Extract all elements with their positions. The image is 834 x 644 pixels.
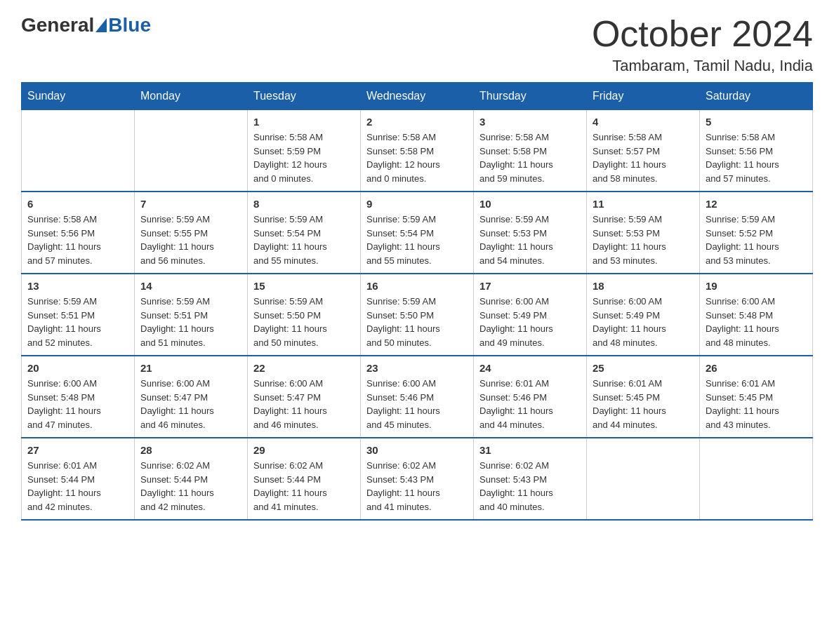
day-info: Sunrise: 5:59 AMSunset: 5:50 PMDaylight:… [366,295,468,349]
day-number: 16 [366,280,468,292]
day-number: 20 [27,362,128,374]
day-number: 24 [479,362,581,374]
day-info: Sunrise: 6:01 AMSunset: 5:45 PMDaylight:… [706,377,807,431]
day-info: Sunrise: 5:59 AMSunset: 5:51 PMDaylight:… [27,295,128,349]
day-number: 15 [253,280,355,292]
day-cell: 31Sunrise: 6:02 AMSunset: 5:43 PMDayligh… [474,438,587,520]
day-cell: 13Sunrise: 5:59 AMSunset: 5:51 PMDayligh… [22,274,135,356]
day-info: Sunrise: 5:59 AMSunset: 5:52 PMDaylight:… [706,213,807,267]
day-info: Sunrise: 5:59 AMSunset: 5:53 PMDaylight:… [479,213,581,267]
day-cell: 25Sunrise: 6:01 AMSunset: 5:45 PMDayligh… [587,356,700,438]
day-info: Sunrise: 6:02 AMSunset: 5:43 PMDaylight:… [479,459,581,514]
day-cell: 19Sunrise: 6:00 AMSunset: 5:48 PMDayligh… [700,274,813,356]
day-info: Sunrise: 5:58 AMSunset: 5:56 PMDaylight:… [706,130,807,185]
day-info: Sunrise: 6:00 AMSunset: 5:48 PMDaylight:… [27,377,128,431]
day-number: 8 [253,198,355,210]
day-number: 30 [366,444,468,456]
day-cell: 21Sunrise: 6:00 AMSunset: 5:47 PMDayligh… [135,356,248,438]
week-row-1: 1Sunrise: 5:58 AMSunset: 5:59 PMDaylight… [22,110,813,192]
day-number: 12 [706,198,807,210]
day-cell: 30Sunrise: 6:02 AMSunset: 5:43 PMDayligh… [361,438,474,520]
day-number: 29 [253,444,355,456]
day-cell: 11Sunrise: 5:59 AMSunset: 5:53 PMDayligh… [587,192,700,274]
day-cell: 26Sunrise: 6:01 AMSunset: 5:45 PMDayligh… [700,356,813,438]
day-info: Sunrise: 5:58 AMSunset: 5:57 PMDaylight:… [593,130,694,185]
header-cell-saturday: Saturday [700,83,813,110]
week-row-2: 6Sunrise: 5:58 AMSunset: 5:56 PMDaylight… [22,192,813,274]
day-number: 27 [27,444,128,456]
day-cell: 24Sunrise: 6:01 AMSunset: 5:46 PMDayligh… [474,356,587,438]
day-cell: 15Sunrise: 5:59 AMSunset: 5:50 PMDayligh… [248,274,361,356]
header-cell-sunday: Sunday [22,83,135,110]
day-info: Sunrise: 5:59 AMSunset: 5:53 PMDaylight:… [593,213,694,267]
header-cell-thursday: Thursday [474,83,587,110]
day-cell [700,438,813,520]
day-cell: 6Sunrise: 5:58 AMSunset: 5:56 PMDaylight… [22,192,135,274]
day-number: 2 [366,116,468,128]
header-cell-friday: Friday [587,83,700,110]
title-block: October 2024 Tambaram, Tamil Nadu, India [592,14,813,75]
day-info: Sunrise: 5:58 AMSunset: 5:59 PMDaylight:… [253,130,355,185]
week-row-3: 13Sunrise: 5:59 AMSunset: 5:51 PMDayligh… [22,274,813,356]
logo-blue-part: Blue [94,14,151,36]
day-info: Sunrise: 6:00 AMSunset: 5:47 PMDaylight:… [253,377,355,431]
location-title: Tambaram, Tamil Nadu, India [592,57,813,75]
day-cell: 12Sunrise: 5:59 AMSunset: 5:52 PMDayligh… [700,192,813,274]
day-number: 10 [479,198,581,210]
day-info: Sunrise: 6:02 AMSunset: 5:44 PMDaylight:… [140,459,241,514]
day-number: 18 [593,280,694,292]
day-info: Sunrise: 6:02 AMSunset: 5:43 PMDaylight:… [366,459,468,514]
day-info: Sunrise: 6:00 AMSunset: 5:48 PMDaylight:… [706,295,807,349]
day-info: Sunrise: 5:59 AMSunset: 5:54 PMDaylight:… [253,213,355,267]
header-cell-monday: Monday [135,83,248,110]
day-number: 17 [479,280,581,292]
calendar-table: SundayMondayTuesdayWednesdayThursdayFrid… [21,82,813,521]
logo-triangle-icon [95,18,107,32]
day-cell: 5Sunrise: 5:58 AMSunset: 5:56 PMDaylight… [700,110,813,192]
day-number: 23 [366,362,468,374]
day-number: 1 [253,116,355,128]
month-title: October 2024 [592,14,813,54]
day-info: Sunrise: 6:01 AMSunset: 5:46 PMDaylight:… [479,377,581,431]
day-cell: 28Sunrise: 6:02 AMSunset: 5:44 PMDayligh… [135,438,248,520]
day-cell: 7Sunrise: 5:59 AMSunset: 5:55 PMDaylight… [135,192,248,274]
day-number: 3 [479,116,581,128]
day-number: 19 [706,280,807,292]
header-cell-wednesday: Wednesday [361,83,474,110]
day-info: Sunrise: 6:00 AMSunset: 5:47 PMDaylight:… [140,377,241,431]
day-cell: 1Sunrise: 5:58 AMSunset: 5:59 PMDaylight… [248,110,361,192]
day-cell: 29Sunrise: 6:02 AMSunset: 5:44 PMDayligh… [248,438,361,520]
day-info: Sunrise: 6:01 AMSunset: 5:45 PMDaylight:… [593,377,694,431]
day-cell: 17Sunrise: 6:00 AMSunset: 5:49 PMDayligh… [474,274,587,356]
day-number: 26 [706,362,807,374]
day-cell: 10Sunrise: 5:59 AMSunset: 5:53 PMDayligh… [474,192,587,274]
logo: General Blue [21,14,151,36]
day-info: Sunrise: 6:01 AMSunset: 5:44 PMDaylight:… [27,459,128,514]
day-number: 14 [140,280,241,292]
day-cell: 20Sunrise: 6:00 AMSunset: 5:48 PMDayligh… [22,356,135,438]
day-number: 28 [140,444,241,456]
day-info: Sunrise: 6:00 AMSunset: 5:49 PMDaylight:… [479,295,581,349]
week-row-4: 20Sunrise: 6:00 AMSunset: 5:48 PMDayligh… [22,356,813,438]
calendar-body: 1Sunrise: 5:58 AMSunset: 5:59 PMDaylight… [22,110,813,521]
day-info: Sunrise: 5:59 AMSunset: 5:50 PMDaylight:… [253,295,355,349]
logo-blue-text: Blue [108,14,151,36]
day-info: Sunrise: 5:59 AMSunset: 5:51 PMDaylight:… [140,295,241,349]
day-number: 7 [140,198,241,210]
day-number: 22 [253,362,355,374]
day-number: 9 [366,198,468,210]
day-info: Sunrise: 6:00 AMSunset: 5:49 PMDaylight:… [593,295,694,349]
day-info: Sunrise: 6:02 AMSunset: 5:44 PMDaylight:… [253,459,355,514]
page-header: General Blue October 2024 Tambaram, Tami… [21,14,813,75]
logo-general-text: General [21,14,94,36]
day-cell [587,438,700,520]
day-cell: 3Sunrise: 5:58 AMSunset: 5:58 PMDaylight… [474,110,587,192]
week-row-5: 27Sunrise: 6:01 AMSunset: 5:44 PMDayligh… [22,438,813,520]
day-info: Sunrise: 5:58 AMSunset: 5:58 PMDaylight:… [479,130,581,185]
day-number: 13 [27,280,128,292]
header-row: SundayMondayTuesdayWednesdayThursdayFrid… [22,83,813,110]
day-info: Sunrise: 5:58 AMSunset: 5:58 PMDaylight:… [366,130,468,185]
day-number: 25 [593,362,694,374]
day-cell: 18Sunrise: 6:00 AMSunset: 5:49 PMDayligh… [587,274,700,356]
day-cell: 23Sunrise: 6:00 AMSunset: 5:46 PMDayligh… [361,356,474,438]
